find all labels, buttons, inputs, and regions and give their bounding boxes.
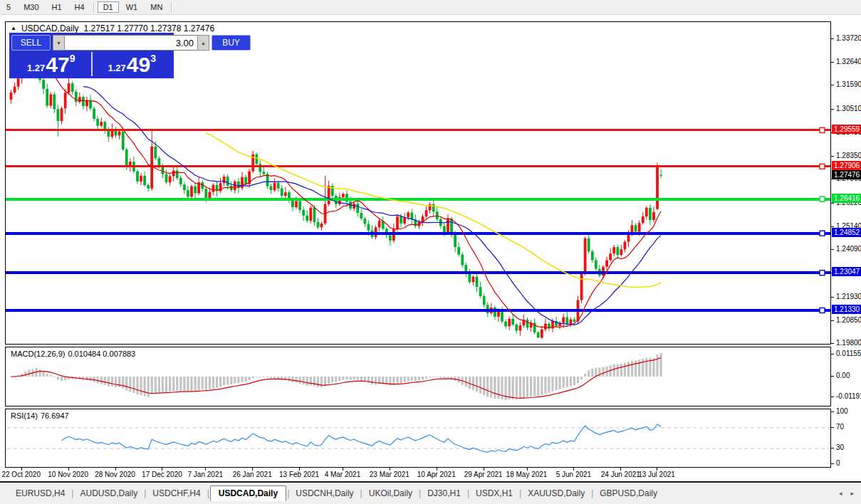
- buy-price[interactable]: 1.27493: [93, 52, 172, 76]
- macd-header: MACD(12,26,9)0.010484 0.007883: [11, 350, 138, 358]
- chart-tab-usdcad-daily[interactable]: USDCAD,Daily: [210, 485, 286, 501]
- rsi-chart[interactable]: [6, 409, 830, 467]
- timeframe-5[interactable]: 5: [1, 1, 16, 13]
- indicator-axis-label: -0.011914: [831, 392, 861, 401]
- rsi-line: [62, 424, 662, 452]
- chart-tab-usdcnh-daily[interactable]: USDCNH,Daily: [290, 486, 359, 500]
- buy-price-big: 49: [127, 52, 150, 76]
- chart-tabs-bar: EURUSD,H4|AUDUSD,Daily|USDCHF,H4|USDCAD,…: [0, 481, 861, 504]
- date-label: 17 Dec 2020: [142, 471, 182, 478]
- volume-decrease-button[interactable]: ▼: [53, 35, 65, 51]
- price-tick-label: 1.28350: [831, 152, 861, 160]
- timeframe-m30[interactable]: M30: [18, 1, 44, 13]
- indicator-axis-label: 0: [831, 459, 840, 468]
- price-tick-label: 1.24090: [831, 245, 861, 253]
- current-price-tag: 1.27476: [832, 170, 861, 179]
- indicator-axis-label: 0.00: [831, 372, 850, 380]
- date-label: 23 Mar 2021: [370, 471, 409, 478]
- line-anchor-marker[interactable]: [820, 231, 825, 236]
- date-label: 22 Oct 2020: [1, 471, 40, 478]
- date-label: 10 Apr 2021: [417, 471, 456, 478]
- price-level-tag: 1.23047: [832, 267, 861, 276]
- date-label: 13 Feb 2021: [279, 471, 319, 478]
- date-label: 13 Jul 2021: [638, 471, 675, 478]
- horizontal-line-1.27906[interactable]: [6, 165, 830, 167]
- timeframe-toolbar: 5M30H1H4D1W1MN: [0, 0, 861, 15]
- chart-tab-ukoil-daily[interactable]: UKOil,Daily: [363, 486, 418, 500]
- timeframe-h4[interactable]: H4: [69, 1, 90, 13]
- horizontal-line-1.26416[interactable]: [6, 198, 830, 201]
- chart-tabs: EURUSD,H4|AUDUSD,Daily|USDCHF,H4|USDCAD,…: [10, 485, 663, 501]
- chart-tab-usdx-h1[interactable]: USDX,H1: [470, 486, 518, 500]
- tab-separator: |: [360, 488, 362, 498]
- indicator-axis-label: 70: [831, 423, 844, 431]
- sell-price-big: 47: [46, 52, 69, 76]
- timeframe-h1[interactable]: H1: [46, 1, 68, 13]
- chart-tab-audusd-daily[interactable]: AUDUSD,Daily: [74, 486, 143, 500]
- timeframe-mn[interactable]: MN: [145, 1, 168, 13]
- timeframe-d1[interactable]: D1: [98, 1, 119, 13]
- horizontal-line-1.21330[interactable]: [6, 309, 830, 312]
- horizontal-line-1.29559[interactable]: [6, 129, 830, 131]
- price-tick-label: 1.32640: [831, 58, 861, 66]
- tab-separator: |: [467, 488, 469, 498]
- candles-layer: [10, 46, 662, 339]
- indicator-axis-label: 100: [831, 407, 848, 416]
- tab-separator: |: [419, 488, 421, 498]
- line-anchor-marker[interactable]: [820, 127, 825, 132]
- chart-title: ▲ USDCAD,Daily 1.27517 1.27770 1.27378 1…: [11, 23, 214, 33]
- sell-button[interactable]: SELL: [11, 35, 51, 51]
- price-tick-label: 1.33720: [831, 34, 861, 43]
- price-level-tag: 1.24852: [832, 228, 861, 237]
- price-tick-label: 1.19800: [831, 339, 861, 347]
- indicator-axis-label: 0.011551: [831, 350, 861, 358]
- date-label: 29 Apr 2021: [464, 471, 503, 478]
- horizontal-line-1.24852[interactable]: [6, 232, 830, 235]
- date-label: 10 Nov 2020: [48, 471, 88, 478]
- price-tick-label: 1.31590: [831, 80, 861, 89]
- mt4-window: 5M30H1H4D1W1MN ▲ USDCAD,Daily 1.27517 1.…: [0, 0, 861, 504]
- price-level-tag: 1.29559: [832, 125, 861, 134]
- price-tick-label: 1.20850: [831, 316, 861, 325]
- line-anchor-marker[interactable]: [820, 271, 825, 275]
- chart-tab-dj30-h1[interactable]: DJ30,H1: [422, 486, 466, 500]
- sell-price[interactable]: 1.27479: [11, 52, 93, 76]
- buy-price-sup: 3: [150, 53, 156, 76]
- tab-separator: |: [519, 488, 521, 498]
- chart-tab-eurusd-h4[interactable]: EURUSD,H4: [10, 486, 71, 500]
- macd-histogram: [10, 353, 662, 400]
- line-anchor-marker[interactable]: [820, 308, 825, 313]
- chart-ohlc: 1.27517 1.27770 1.27378 1.27476: [84, 23, 215, 33]
- rsi-value: 76.6947: [41, 411, 69, 420]
- line-anchor-marker[interactable]: [820, 164, 825, 169]
- toolbar-separator: [171, 2, 172, 13]
- collapse-arrow-icon[interactable]: ▲: [11, 24, 16, 33]
- chart-tab-xauusd-daily[interactable]: XAUUSD,Daily: [522, 486, 590, 500]
- buy-button[interactable]: BUY: [212, 35, 251, 51]
- volume-stepper: ▼ ▲: [53, 35, 209, 51]
- date-label: 5 Jun 2021: [556, 471, 592, 478]
- price-tick-label: 1.30510: [831, 105, 861, 113]
- macd-panel: MACD(12,26,9)0.010484 0.007883: [5, 347, 831, 406]
- moving-average-21: [83, 87, 661, 325]
- date-label: 7 Jan 2021: [188, 471, 224, 478]
- volume-input[interactable]: [65, 35, 197, 51]
- tab-separator: |: [207, 488, 209, 498]
- arrow-down-icon: ▼: [56, 41, 61, 46]
- line-anchor-marker[interactable]: [820, 196, 825, 201]
- timeframe-w1[interactable]: W1: [120, 1, 144, 13]
- tab-scroll-left-icon[interactable]: ◂: [839, 490, 842, 497]
- horizontal-line-1.23047[interactable]: [6, 271, 830, 274]
- one-click-trading-panel: SELL ▼ ▲ BUY 1.27479 1.27493: [9, 33, 174, 78]
- tab-separator: |: [287, 488, 289, 498]
- sell-price-sup: 9: [70, 53, 75, 76]
- tab-scroll-right-icon[interactable]: ▸: [850, 490, 854, 497]
- chart-symbol-label: USDCAD,Daily: [21, 23, 79, 33]
- price-level-tag: 1.27906: [832, 161, 861, 170]
- chart-tab-usdchf-h4[interactable]: USDCHF,H4: [147, 486, 206, 500]
- date-label: 28 Nov 2020: [95, 471, 135, 478]
- price-panel: ▲ USDCAD,Daily 1.27517 1.27770 1.27378 1…: [5, 21, 831, 345]
- chart-tab-gbpusd-daily[interactable]: GBPUSD,Daily: [594, 486, 663, 500]
- price-level-tag: 1.21330: [832, 305, 861, 314]
- volume-increase-button[interactable]: ▲: [197, 35, 209, 51]
